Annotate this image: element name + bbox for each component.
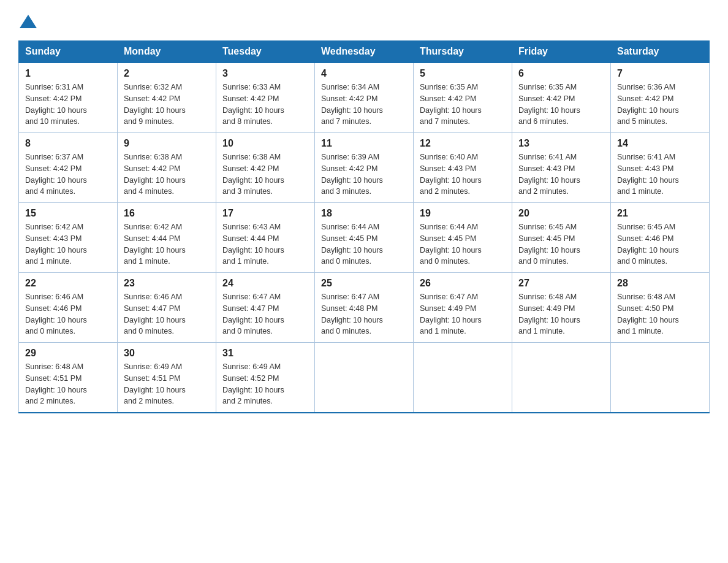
calendar-cell: 23 Sunrise: 6:46 AMSunset: 4:47 PMDaylig…	[118, 273, 216, 343]
logo-triangle-icon	[20, 15, 37, 28]
day-info: Sunrise: 6:48 AMSunset: 4:49 PMDaylight:…	[518, 293, 580, 335]
day-number: 2	[124, 68, 210, 79]
calendar-cell: 4 Sunrise: 6:34 AMSunset: 4:42 PMDayligh…	[315, 63, 414, 133]
day-number: 21	[617, 208, 703, 219]
day-number: 20	[518, 208, 604, 219]
day-number: 22	[25, 278, 111, 289]
header-thursday: Thursday	[414, 41, 512, 63]
day-number: 13	[518, 138, 604, 149]
header-row: Sunday Monday Tuesday Wednesday Thursday…	[19, 41, 710, 63]
calendar-week-row: 15 Sunrise: 6:42 AMSunset: 4:43 PMDaylig…	[19, 203, 710, 273]
day-info: Sunrise: 6:41 AMSunset: 4:43 PMDaylight:…	[518, 153, 580, 196]
calendar-header: Sunday Monday Tuesday Wednesday Thursday…	[19, 41, 710, 63]
calendar-cell: 15 Sunrise: 6:42 AMSunset: 4:43 PMDaylig…	[19, 203, 118, 273]
calendar-cell: 24 Sunrise: 6:47 AMSunset: 4:47 PMDaylig…	[216, 273, 315, 343]
day-info: Sunrise: 6:38 AMSunset: 4:42 PMDaylight:…	[222, 153, 284, 196]
day-info: Sunrise: 6:45 AMSunset: 4:45 PMDaylight:…	[518, 223, 580, 266]
day-number: 26	[420, 278, 506, 289]
day-number: 16	[124, 208, 210, 219]
day-number: 14	[617, 138, 703, 149]
day-number: 27	[518, 278, 604, 289]
day-info: Sunrise: 6:44 AMSunset: 4:45 PMDaylight:…	[420, 223, 482, 266]
calendar-cell: 1 Sunrise: 6:31 AMSunset: 4:42 PMDayligh…	[19, 63, 118, 133]
calendar-cell: 19 Sunrise: 6:44 AMSunset: 4:45 PMDaylig…	[414, 203, 512, 273]
calendar-cell: 18 Sunrise: 6:44 AMSunset: 4:45 PMDaylig…	[315, 203, 414, 273]
day-info: Sunrise: 6:33 AMSunset: 4:42 PMDaylight:…	[222, 83, 284, 126]
calendar-cell	[512, 343, 611, 413]
day-info: Sunrise: 6:48 AMSunset: 4:51 PMDaylight:…	[25, 362, 87, 405]
day-info: Sunrise: 6:39 AMSunset: 4:42 PMDaylight:…	[321, 153, 383, 196]
logo	[18, 12, 37, 28]
calendar-body: 1 Sunrise: 6:31 AMSunset: 4:42 PMDayligh…	[19, 63, 710, 413]
day-number: 3	[222, 68, 308, 79]
day-info: Sunrise: 6:31 AMSunset: 4:42 PMDaylight:…	[25, 83, 87, 126]
day-info: Sunrise: 6:41 AMSunset: 4:43 PMDaylight:…	[617, 153, 679, 196]
calendar-cell: 27 Sunrise: 6:48 AMSunset: 4:49 PMDaylig…	[512, 273, 611, 343]
day-number: 10	[222, 138, 308, 149]
header-saturday: Saturday	[611, 41, 710, 63]
day-number: 17	[222, 208, 308, 219]
day-number: 6	[518, 68, 604, 79]
calendar-cell: 12 Sunrise: 6:40 AMSunset: 4:43 PMDaylig…	[414, 133, 512, 203]
calendar-table: Sunday Monday Tuesday Wednesday Thursday…	[18, 40, 710, 413]
day-number: 11	[321, 138, 407, 149]
day-number: 4	[321, 68, 407, 79]
calendar-week-row: 8 Sunrise: 6:37 AMSunset: 4:42 PMDayligh…	[19, 133, 710, 203]
day-number: 12	[420, 138, 506, 149]
calendar-cell: 6 Sunrise: 6:35 AMSunset: 4:42 PMDayligh…	[512, 63, 611, 133]
day-number: 19	[420, 208, 506, 219]
day-info: Sunrise: 6:47 AMSunset: 4:48 PMDaylight:…	[321, 293, 383, 335]
day-info: Sunrise: 6:47 AMSunset: 4:49 PMDaylight:…	[420, 293, 482, 335]
calendar-cell: 2 Sunrise: 6:32 AMSunset: 4:42 PMDayligh…	[118, 63, 216, 133]
day-info: Sunrise: 6:49 AMSunset: 4:52 PMDaylight:…	[222, 362, 284, 405]
day-number: 8	[25, 138, 111, 149]
calendar-cell: 29 Sunrise: 6:48 AMSunset: 4:51 PMDaylig…	[19, 343, 118, 413]
header-wednesday: Wednesday	[315, 41, 414, 63]
calendar-cell: 26 Sunrise: 6:47 AMSunset: 4:49 PMDaylig…	[414, 273, 512, 343]
day-info: Sunrise: 6:46 AMSunset: 4:46 PMDaylight:…	[25, 293, 87, 335]
day-info: Sunrise: 6:42 AMSunset: 4:43 PMDaylight:…	[25, 223, 87, 266]
calendar-cell: 3 Sunrise: 6:33 AMSunset: 4:42 PMDayligh…	[216, 63, 315, 133]
header-tuesday: Tuesday	[216, 41, 315, 63]
day-number: 1	[25, 68, 111, 79]
day-info: Sunrise: 6:35 AMSunset: 4:42 PMDaylight:…	[518, 83, 580, 126]
day-number: 29	[25, 348, 111, 359]
day-number: 25	[321, 278, 407, 289]
day-number: 18	[321, 208, 407, 219]
calendar-week-row: 1 Sunrise: 6:31 AMSunset: 4:42 PMDayligh…	[19, 63, 710, 133]
calendar-cell	[611, 343, 710, 413]
calendar-cell: 8 Sunrise: 6:37 AMSunset: 4:42 PMDayligh…	[19, 133, 118, 203]
day-info: Sunrise: 6:46 AMSunset: 4:47 PMDaylight:…	[124, 293, 186, 335]
day-info: Sunrise: 6:38 AMSunset: 4:42 PMDaylight:…	[124, 153, 186, 196]
calendar-cell: 31 Sunrise: 6:49 AMSunset: 4:52 PMDaylig…	[216, 343, 315, 413]
header-sunday: Sunday	[19, 41, 118, 63]
day-info: Sunrise: 6:47 AMSunset: 4:47 PMDaylight:…	[222, 293, 284, 335]
day-info: Sunrise: 6:45 AMSunset: 4:46 PMDaylight:…	[617, 223, 679, 266]
calendar-cell: 16 Sunrise: 6:42 AMSunset: 4:44 PMDaylig…	[118, 203, 216, 273]
day-info: Sunrise: 6:32 AMSunset: 4:42 PMDaylight:…	[124, 83, 186, 126]
calendar-cell: 10 Sunrise: 6:38 AMSunset: 4:42 PMDaylig…	[216, 133, 315, 203]
calendar-cell: 28 Sunrise: 6:48 AMSunset: 4:50 PMDaylig…	[611, 273, 710, 343]
calendar-cell: 7 Sunrise: 6:36 AMSunset: 4:42 PMDayligh…	[611, 63, 710, 133]
header-friday: Friday	[512, 41, 611, 63]
calendar-cell: 21 Sunrise: 6:45 AMSunset: 4:46 PMDaylig…	[611, 203, 710, 273]
calendar-cell: 17 Sunrise: 6:43 AMSunset: 4:44 PMDaylig…	[216, 203, 315, 273]
day-number: 31	[222, 348, 308, 359]
calendar-cell	[315, 343, 414, 413]
day-number: 30	[124, 348, 210, 359]
day-info: Sunrise: 6:42 AMSunset: 4:44 PMDaylight:…	[124, 223, 186, 266]
day-info: Sunrise: 6:40 AMSunset: 4:43 PMDaylight:…	[420, 153, 482, 196]
calendar-cell	[414, 343, 512, 413]
day-number: 5	[420, 68, 506, 79]
calendar-cell: 5 Sunrise: 6:35 AMSunset: 4:42 PMDayligh…	[414, 63, 512, 133]
day-info: Sunrise: 6:36 AMSunset: 4:42 PMDaylight:…	[617, 83, 679, 126]
calendar-cell: 25 Sunrise: 6:47 AMSunset: 4:48 PMDaylig…	[315, 273, 414, 343]
calendar-cell: 14 Sunrise: 6:41 AMSunset: 4:43 PMDaylig…	[611, 133, 710, 203]
day-info: Sunrise: 6:37 AMSunset: 4:42 PMDaylight:…	[25, 153, 87, 196]
header-monday: Monday	[118, 41, 216, 63]
calendar-week-row: 29 Sunrise: 6:48 AMSunset: 4:51 PMDaylig…	[19, 343, 710, 413]
day-info: Sunrise: 6:44 AMSunset: 4:45 PMDaylight:…	[321, 223, 383, 266]
day-info: Sunrise: 6:34 AMSunset: 4:42 PMDaylight:…	[321, 83, 383, 126]
day-info: Sunrise: 6:48 AMSunset: 4:50 PMDaylight:…	[617, 293, 679, 335]
calendar-cell: 9 Sunrise: 6:38 AMSunset: 4:42 PMDayligh…	[118, 133, 216, 203]
